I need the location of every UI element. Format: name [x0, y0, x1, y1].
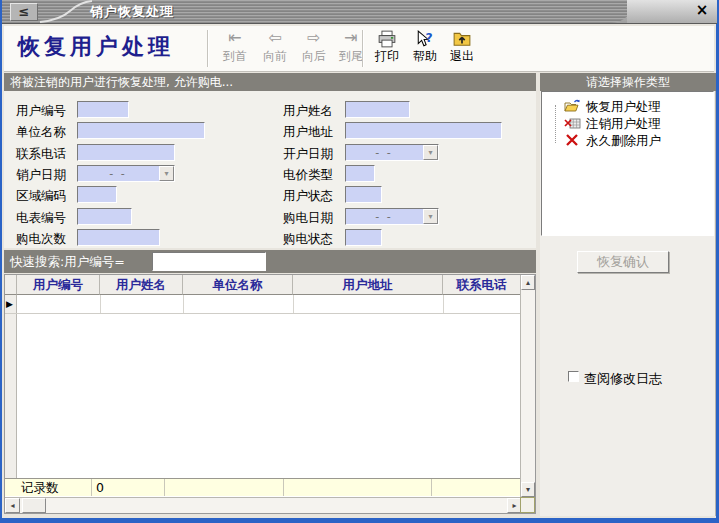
field-label-purchase-date: 购电日期 — [283, 209, 333, 226]
scroll-left-icon[interactable]: ◂ — [5, 498, 20, 513]
meter-no-field[interactable] — [77, 208, 132, 225]
nav-last-label: 到尾 — [332, 48, 370, 64]
help-button[interactable]: ? 帮助 — [406, 28, 444, 69]
grid-line — [443, 295, 444, 313]
open-folder-icon — [564, 98, 581, 114]
print-label: 打印 — [368, 48, 406, 64]
close-icon[interactable]: × — [693, 2, 711, 20]
grid-header-address[interactable]: 用户地址 — [293, 275, 443, 295]
scrollbar-corner — [520, 497, 535, 513]
field-label-unit-name: 单位名称 — [16, 123, 66, 140]
last-record-icon: ⇥ — [332, 28, 370, 48]
toolbar-separator — [207, 30, 208, 67]
first-record-icon: ⇤ — [216, 28, 254, 48]
quick-search-input[interactable] — [152, 252, 266, 271]
app-logo-icon[interactable]: ≤ — [10, 3, 38, 21]
view-log-checkbox[interactable] — [568, 371, 579, 382]
grid-header-phone[interactable]: 联系电话 — [443, 275, 521, 295]
scrollbar-thumb[interactable] — [22, 498, 46, 513]
address-field[interactable] — [345, 122, 502, 139]
grid-line — [293, 295, 294, 313]
field-label-user-name: 用户姓名 — [283, 102, 333, 119]
view-log-label[interactable]: 查阅修改日志 — [584, 370, 662, 388]
nav-next-button[interactable]: ⇨ 向后 — [295, 28, 333, 69]
nav-last-button[interactable]: ⇥ 到尾 — [332, 28, 370, 69]
window-border-bottom — [0, 518, 719, 523]
option-delete-label: 永久删除用户 — [586, 133, 661, 150]
operation-type-list[interactable]: 恢复用户处理 注销用户处理 永久删除用户 — [541, 91, 714, 236]
phone-field[interactable] — [77, 144, 175, 161]
side-panel: 恢复用户处理 注销用户处理 永久删除用户 恢复确认 查阅修改日志 — [540, 91, 716, 516]
grid-header-user-name[interactable]: 用户姓名 — [100, 275, 183, 295]
grid-line — [431, 479, 432, 496]
open-date-combo[interactable]: - - ▾ — [345, 144, 439, 161]
option-cancel-label: 注销用户处理 — [586, 116, 661, 133]
grid-header-user-id[interactable]: 用户编号 — [17, 275, 100, 295]
chevron-down-icon[interactable]: ▾ — [159, 166, 174, 181]
help-label: 帮助 — [406, 48, 444, 64]
record-count-value: 0 — [96, 479, 104, 496]
purchase-date-combo[interactable]: - - ▾ — [345, 208, 439, 225]
next-record-icon: ⇨ — [295, 28, 333, 48]
chevron-down-icon[interactable]: ▾ — [423, 145, 438, 160]
user-id-field[interactable] — [77, 101, 129, 118]
purchase-status-field[interactable] — [345, 229, 382, 246]
grid-line — [100, 295, 101, 313]
purchase-date-value: - - — [346, 209, 422, 224]
scroll-up-icon[interactable]: ▴ — [521, 275, 535, 290]
restore-confirm-button[interactable]: 恢复确认 — [577, 251, 669, 273]
vertical-scrollbar[interactable]: ▴ ▾ — [520, 275, 535, 497]
delete-x-icon — [564, 132, 581, 148]
user-name-field[interactable] — [345, 101, 410, 118]
print-button[interactable]: 打印 — [368, 28, 406, 69]
region-code-field[interactable] — [77, 186, 117, 203]
exit-button[interactable]: 退出 — [443, 28, 481, 69]
grid-line — [164, 479, 165, 496]
field-label-user-id: 用户编号 — [16, 102, 66, 119]
price-type-field[interactable] — [345, 165, 375, 182]
purchase-count-field[interactable] — [77, 229, 160, 246]
grid-line — [5, 313, 520, 314]
operation-type-header: 请选择操作类型 — [540, 73, 716, 91]
user-grid: 用户编号 用户姓名 单位名称 用户地址 联系电话 ▶ 记录数 0 ▴ ▾ — [4, 274, 536, 514]
page-title: 恢复用户处理 — [18, 32, 174, 62]
field-label-phone: 联系电话 — [16, 145, 66, 162]
window-title: 销户恢复处理 — [90, 0, 174, 23]
close-date-combo[interactable]: - - ▾ — [77, 165, 175, 182]
field-label-purchase-status: 购电状态 — [283, 230, 333, 247]
prev-record-icon: ⇦ — [256, 28, 294, 48]
field-label-open-date: 开户日期 — [283, 145, 333, 162]
unit-name-field[interactable] — [77, 122, 205, 139]
grid-body[interactable]: ▶ — [5, 295, 520, 478]
field-label-close-date: 销户日期 — [16, 166, 66, 183]
titlebar: ≤ 销户恢复处理 × — [2, 0, 717, 24]
svg-text:?: ? — [426, 31, 433, 45]
field-label-purchase-count: 购电次数 — [16, 230, 66, 247]
field-label-price-type: 电价类型 — [283, 166, 333, 183]
option-restore-label: 恢复用户处理 — [586, 99, 661, 116]
grid-footer: 记录数 0 — [5, 478, 520, 496]
field-label-region-code: 区域编码 — [16, 187, 66, 204]
scroll-down-icon[interactable]: ▾ — [521, 482, 535, 497]
nav-first-label: 到首 — [216, 48, 254, 64]
grid-line — [183, 295, 184, 313]
grid-header-unit-name[interactable]: 单位名称 — [183, 275, 293, 295]
field-label-user-status: 用户状态 — [283, 187, 333, 204]
exit-folder-icon — [453, 30, 471, 48]
horizontal-scrollbar[interactable]: ◂ ▸ — [5, 497, 522, 513]
grid-selector-column: ▶ — [5, 295, 17, 478]
user-status-field[interactable] — [345, 186, 382, 203]
nav-prev-label: 向前 — [256, 48, 294, 64]
toolbar: 恢复用户处理 ⇤ 到首 ⇦ 向前 ⇨ 向后 ⇥ 到尾 打印 — [4, 26, 714, 72]
quick-search-bar: 快速搜索:用户编号= — [4, 250, 536, 273]
nav-first-button[interactable]: ⇤ 到首 — [216, 28, 254, 69]
close-date-value: - - — [78, 166, 158, 181]
revoke-grid-icon — [564, 115, 581, 131]
chevron-down-icon[interactable]: ▾ — [423, 209, 438, 224]
printer-icon — [378, 30, 396, 48]
field-label-meter-no: 电表编号 — [16, 209, 66, 226]
app-window: ≤ 销户恢复处理 × 恢复用户处理 ⇤ 到首 ⇦ 向前 ⇨ 向后 ⇥ 到尾 — [0, 0, 719, 523]
record-count-label: 记录数 — [21, 479, 59, 496]
toolbar-separator — [362, 30, 363, 67]
nav-prev-button[interactable]: ⇦ 向前 — [256, 28, 294, 69]
